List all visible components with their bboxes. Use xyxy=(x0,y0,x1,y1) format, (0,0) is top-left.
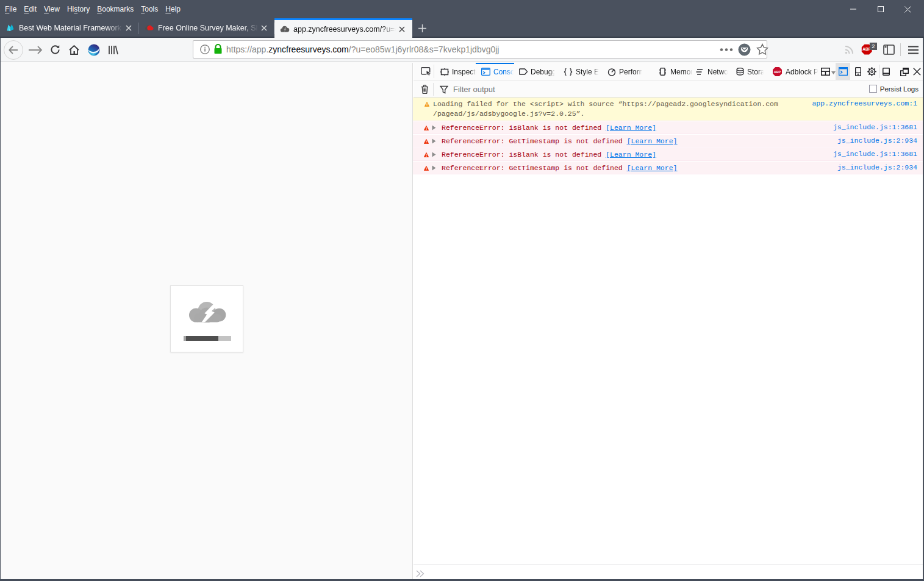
svg-text:ABP: ABP xyxy=(774,70,781,74)
svg-text:2: 2 xyxy=(872,43,875,49)
